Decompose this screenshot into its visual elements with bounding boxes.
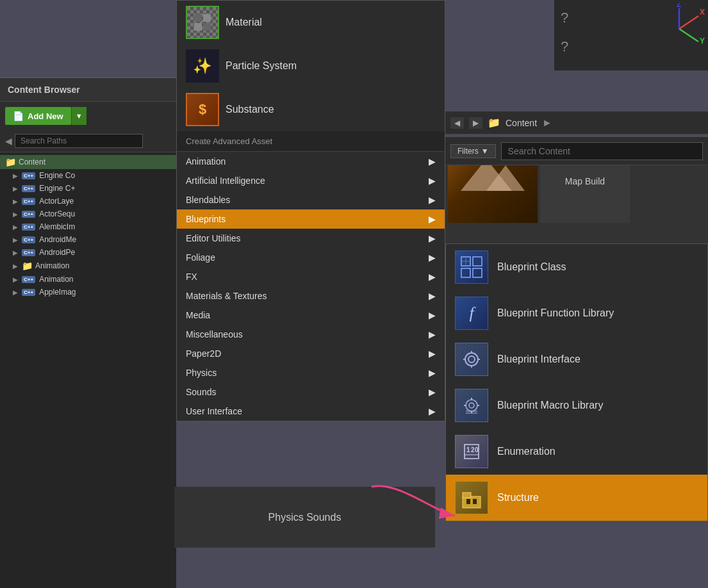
- bp-class-icon-bg: [455, 250, 488, 284]
- tree-item-actorlayer[interactable]: ▶ C++ ActorLaye: [0, 195, 176, 208]
- svg-point-17: [468, 356, 475, 363]
- blueprint-class-icon: [455, 250, 488, 284]
- nav-forward-button[interactable]: ▶: [469, 117, 482, 129]
- particle-icon: ✨: [186, 49, 219, 83]
- advanced-item-blendables[interactable]: Blendables ▶: [177, 190, 445, 209]
- svg-text:Y: Y: [700, 37, 705, 45]
- axes-area: X Y Z ? ?: [554, 0, 708, 70]
- submenu-arrow: ▶: [429, 272, 436, 282]
- help-icon[interactable]: ?: [561, 10, 568, 26]
- menu-item-material[interactable]: Material: [177, 1, 445, 44]
- enumeration-icon: 1 2 0: [455, 435, 488, 468]
- cpp-badge: C++: [22, 236, 35, 243]
- svg-text:1: 1: [466, 446, 470, 453]
- material-icon: [186, 6, 219, 39]
- tree-item-animation1[interactable]: ▶ 📁 Animation: [0, 259, 176, 273]
- search-content-input[interactable]: [501, 142, 703, 160]
- blueprint-interface-icon: [455, 343, 488, 376]
- submenu-arrow: ▶: [429, 214, 436, 224]
- collapse-icon[interactable]: ◀: [5, 136, 12, 146]
- advanced-item-physics[interactable]: Physics ▶: [177, 363, 445, 382]
- advanced-item-paper2d[interactable]: Paper2D ▶: [177, 344, 445, 363]
- structure-building-icon: [460, 486, 483, 509]
- cpp-badge: C++: [22, 172, 35, 179]
- advanced-item-materials-textures[interactable]: Materials & Textures ▶: [177, 286, 445, 306]
- advanced-item-sounds[interactable]: Sounds ▶: [177, 382, 445, 402]
- tree-item-content[interactable]: 📁 Content: [0, 155, 176, 169]
- bp-macro-icon-bg: [455, 389, 488, 422]
- advanced-item-editor-utilities[interactable]: Editor Utilities ▶: [177, 229, 445, 248]
- svg-point-16: [465, 353, 478, 366]
- submenu-item-blueprint-class[interactable]: Blueprint Class: [446, 244, 707, 290]
- help-icon-2[interactable]: ?: [561, 38, 568, 55]
- svg-text:0: 0: [475, 446, 479, 453]
- tree-item-engineco[interactable]: ▶ C++ Engine Co: [0, 169, 176, 182]
- cpp-badge: C++: [22, 185, 35, 192]
- svg-rect-6: [194, 14, 202, 22]
- submenu-arrow: ▶: [429, 406, 436, 416]
- tree-item-animation2[interactable]: ▶ C++ Animation: [0, 273, 176, 286]
- svg-rect-12: [461, 268, 470, 277]
- cpp-badge: C++: [22, 249, 35, 256]
- content-nav-breadcrumb: ◀ ▶ 📁 Content ►: [445, 111, 708, 135]
- blueprint-function-icon: f: [455, 297, 488, 330]
- cpp-badge: C++: [22, 276, 35, 283]
- submenu-arrow: ▶: [429, 291, 436, 301]
- tree-item-enginec[interactable]: ▶ C++ Engine C+: [0, 182, 176, 195]
- submenu-arrow: ▶: [429, 368, 436, 378]
- svg-line-0: [679, 16, 698, 29]
- advanced-item-animation[interactable]: Animation ▶: [177, 152, 445, 171]
- substance-icon: $: [186, 93, 219, 126]
- grid-blueprint-icon: [460, 256, 483, 279]
- menu-item-particle-system[interactable]: ✨ Particle System: [177, 44, 445, 88]
- tree-item-actorseq[interactable]: ▶ C++ ActorSequ: [0, 208, 176, 220]
- tree-expand-arrow: ▶: [13, 236, 19, 243]
- submenu-item-blueprint-macro-library[interactable]: Blueprint Macro Library: [446, 382, 707, 429]
- submenu-item-enumeration[interactable]: 1 2 0 Enumeration: [446, 429, 707, 475]
- cpp-badge: C++: [22, 211, 35, 218]
- create-advanced-header: Create Advanced Asset: [177, 131, 445, 152]
- nav-folder-icon: 📁: [488, 117, 500, 129]
- advanced-item-foliage[interactable]: Foliage ▶: [177, 248, 445, 267]
- advanced-item-user-interface[interactable]: User Interface ▶: [177, 402, 445, 421]
- tree-item-androidpe[interactable]: ▶ C++ AndroidPe: [0, 246, 176, 259]
- submenu-item-blueprint-function-library[interactable]: f Blueprint Function Library: [446, 290, 707, 336]
- menu-item-substance[interactable]: $ Substance: [177, 88, 445, 131]
- advanced-item-fx[interactable]: FX ▶: [177, 267, 445, 286]
- advanced-item-ai[interactable]: Artificial Intelligence ▶: [177, 171, 445, 190]
- tree-item-appleimag[interactable]: ▶ C++ AppleImag: [0, 286, 176, 298]
- svg-text:X: X: [700, 8, 705, 17]
- tree-item-androidme[interactable]: ▶ C++ AndroidMe: [0, 233, 176, 246]
- add-new-dropdown-arrow[interactable]: ▼: [71, 107, 86, 125]
- advanced-item-media[interactable]: Media ▶: [177, 306, 445, 325]
- svg-rect-9: [203, 23, 211, 31]
- enum-icon: 1 2 0: [461, 441, 482, 462]
- content-browser-panel: Content Browser 📄 Add New ▼ ◀ 📁 Content …: [0, 77, 176, 588]
- advanced-item-miscellaneous[interactable]: Miscellaneous ▶: [177, 325, 445, 344]
- submenu-arrow: ▶: [429, 156, 436, 167]
- tree-expand-arrow: ▶: [13, 224, 19, 231]
- submenu-arrow: ▶: [429, 387, 436, 397]
- add-new-button[interactable]: 📄 Add New: [5, 107, 71, 125]
- blueprints-submenu: Blueprint Class f Blueprint Function Lib…: [445, 243, 708, 521]
- search-paths-input[interactable]: [15, 134, 143, 148]
- folder-tree: 📁 Content ▶ C++ Engine Co ▶ C++ Engine C…: [0, 152, 176, 585]
- tree-expand-arrow: ▶: [13, 289, 19, 296]
- tree-expand-arrow: ▶: [13, 185, 19, 192]
- nav-back-button[interactable]: ◀: [450, 117, 464, 129]
- svg-rect-35: [463, 496, 481, 508]
- svg-rect-11: [473, 257, 482, 266]
- search-paths-bar: ◀: [0, 130, 176, 152]
- add-new-icon: 📄: [13, 111, 24, 121]
- submenu-item-structure[interactable]: Structure: [446, 475, 707, 521]
- bp-interface-icon-bg: [455, 343, 488, 376]
- submenu-arrow: ▶: [429, 329, 436, 339]
- svg-rect-38: [473, 499, 477, 504]
- tree-expand-arrow: ▶: [13, 172, 19, 179]
- material-grid-icon: [193, 13, 212, 32]
- tree-item-alembicim[interactable]: ▶ C++ AlembicIm: [0, 220, 176, 233]
- advanced-item-blueprints[interactable]: Blueprints ▶: [177, 209, 445, 229]
- annotation-arrow: [359, 474, 461, 525]
- filters-button[interactable]: Filters ▼: [450, 144, 496, 158]
- submenu-item-blueprint-interface[interactable]: Blueprint Interface: [446, 336, 707, 382]
